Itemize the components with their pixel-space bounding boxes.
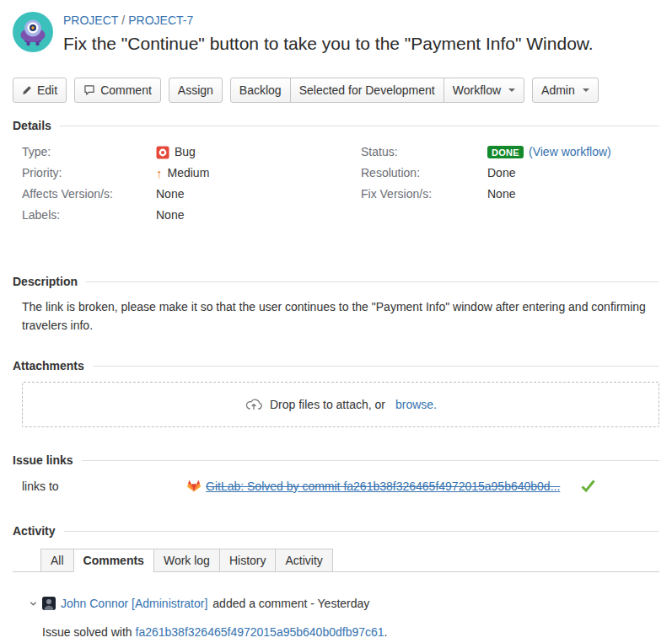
bug-icon bbox=[156, 146, 169, 159]
chevron-down-icon bbox=[508, 88, 515, 92]
issue-links-heading: Issue links bbox=[13, 453, 659, 467]
heading-rule bbox=[64, 531, 659, 532]
priority-label: Priority: bbox=[22, 163, 156, 184]
gitlab-commit-link[interactable]: GitLab: Solved by commit fa261b38f326465… bbox=[206, 480, 560, 493]
page-title: Fix the "Continue" button to take you to… bbox=[63, 32, 594, 56]
type-value: Bug bbox=[175, 142, 196, 163]
assign-button-label: Assign bbox=[178, 83, 213, 97]
comment-header: John Connor [Administrator] added a comm… bbox=[30, 596, 659, 611]
comment-text-prefix: Issue solved with bbox=[42, 625, 132, 639]
priority-medium-icon: ↑ bbox=[156, 163, 163, 184]
status-label: Status: bbox=[361, 142, 487, 163]
status-badge: DONE bbox=[487, 146, 524, 158]
description-text: The link is broken, please make it so th… bbox=[22, 297, 656, 335]
resolution-value: Done bbox=[487, 163, 515, 184]
resolution-label: Resolution: bbox=[361, 163, 487, 184]
comment-text-suffix: . bbox=[384, 625, 388, 639]
description-heading: Description bbox=[13, 275, 659, 288]
priority-value: Medium bbox=[168, 163, 210, 184]
heading-rule bbox=[86, 281, 659, 282]
tab-comments[interactable]: Comments bbox=[73, 549, 154, 572]
breadcrumb-separator: / bbox=[121, 13, 125, 27]
breadcrumb-project-link[interactable]: PROJECT bbox=[63, 13, 118, 27]
detail-row-resolution: Resolution: Done bbox=[361, 163, 659, 184]
pencil-icon bbox=[22, 85, 32, 95]
browse-link[interactable]: browse. bbox=[395, 398, 437, 411]
tab-all[interactable]: All bbox=[40, 549, 74, 572]
tab-activity[interactable]: Activity bbox=[275, 549, 332, 572]
edit-button-label: Edit bbox=[37, 83, 57, 97]
detail-row-labels: Labels: None bbox=[22, 205, 361, 226]
activity-module: Activity All Comments Work log History A… bbox=[13, 524, 659, 640]
attachment-dropzone[interactable]: Drop files to attach, or browse. bbox=[22, 382, 659, 427]
detail-row-status: Status: DONE (View workflow) bbox=[361, 142, 659, 163]
activity-heading: Activity bbox=[13, 524, 659, 538]
user-avatar bbox=[42, 597, 56, 610]
backlog-button-label: Backlog bbox=[239, 83, 282, 97]
attachments-module: Attachments Drop files to attach, or bro… bbox=[13, 359, 659, 427]
labels-label: Labels: bbox=[22, 205, 156, 226]
description-module: Description The link is broken, please m… bbox=[13, 275, 659, 335]
edit-button[interactable]: Edit bbox=[13, 78, 67, 103]
details-heading: Details bbox=[13, 119, 659, 132]
issue-links-module: Issue links links to GitLab: Solved by c… bbox=[13, 453, 659, 493]
comment-bubble-icon bbox=[83, 84, 95, 96]
detail-row-type: Type: Bug bbox=[22, 142, 361, 163]
resolved-check-icon bbox=[580, 479, 596, 493]
toolbar: Edit Comment Assign Backlog Selected for… bbox=[13, 78, 659, 103]
collapse-chevron-icon[interactable] bbox=[30, 600, 37, 608]
activity-tabs: All Comments Work log History Activity bbox=[13, 549, 659, 572]
comment-action-text: added a comment - Yesterday bbox=[212, 596, 369, 611]
gitlab-icon bbox=[187, 480, 201, 492]
comment-body: Issue solved with fa261b38f326465f497201… bbox=[42, 624, 659, 640]
selected-for-development-label: Selected for Development bbox=[299, 83, 435, 97]
admin-button-label: Admin bbox=[541, 83, 575, 97]
issue-header: PROJECT/PROJECT-7 Fix the "Continue" but… bbox=[13, 12, 659, 56]
detail-row-fix-version: Fix Version/s: None bbox=[361, 184, 659, 205]
heading-rule bbox=[82, 460, 659, 461]
issue-link-row: links to GitLab: Solved by commit fa261b… bbox=[22, 479, 659, 493]
detail-row-priority: Priority: ↑ Medium bbox=[22, 163, 361, 184]
view-workflow-link[interactable]: (View workflow) bbox=[529, 142, 611, 163]
breadcrumb-issue-link[interactable]: PROJECT-7 bbox=[128, 13, 193, 27]
affects-version-value: None bbox=[156, 184, 184, 205]
fix-version-value: None bbox=[487, 184, 515, 205]
type-label: Type: bbox=[22, 142, 156, 163]
comment-item: John Connor [Administrator] added a comm… bbox=[30, 596, 659, 640]
workflow-button-group: Backlog Selected for Development Workflo… bbox=[230, 78, 524, 103]
backlog-button[interactable]: Backlog bbox=[230, 78, 291, 103]
comment-button[interactable]: Comment bbox=[74, 78, 161, 103]
selected-for-development-button[interactable]: Selected for Development bbox=[290, 78, 444, 103]
comment-author-link[interactable]: John Connor [Administrator] bbox=[61, 596, 207, 611]
issue-link-relation: links to bbox=[22, 480, 187, 493]
fix-version-label: Fix Version/s: bbox=[361, 184, 487, 205]
upload-cloud-icon bbox=[245, 395, 263, 414]
commit-hash-link[interactable]: fa261b38f326465f4972015a95b640b0dfb97c61 bbox=[136, 625, 384, 639]
dropzone-text: Drop files to attach, or bbox=[270, 398, 385, 411]
tab-work-log[interactable]: Work log bbox=[153, 549, 220, 572]
details-module: Details Type: Bug Priority: ↑ Medium Aff… bbox=[13, 119, 659, 226]
workflow-button-label: Workflow bbox=[453, 83, 501, 97]
assign-button[interactable]: Assign bbox=[169, 78, 223, 103]
chevron-down-icon bbox=[583, 88, 589, 92]
affects-version-label: Affects Version/s: bbox=[22, 184, 156, 205]
admin-dropdown-button[interactable]: Admin bbox=[532, 78, 599, 103]
comment-button-label: Comment bbox=[100, 83, 152, 97]
labels-value: None bbox=[156, 205, 184, 226]
tab-history[interactable]: History bbox=[219, 549, 277, 572]
workflow-dropdown-button[interactable]: Workflow bbox=[444, 78, 524, 103]
heading-rule bbox=[60, 126, 659, 126]
attachments-heading: Attachments bbox=[13, 359, 659, 372]
heading-rule bbox=[93, 366, 659, 367]
project-avatar bbox=[13, 12, 53, 52]
detail-row-affects-version: Affects Version/s: None bbox=[22, 184, 361, 205]
breadcrumb: PROJECT/PROJECT-7 bbox=[63, 13, 594, 28]
